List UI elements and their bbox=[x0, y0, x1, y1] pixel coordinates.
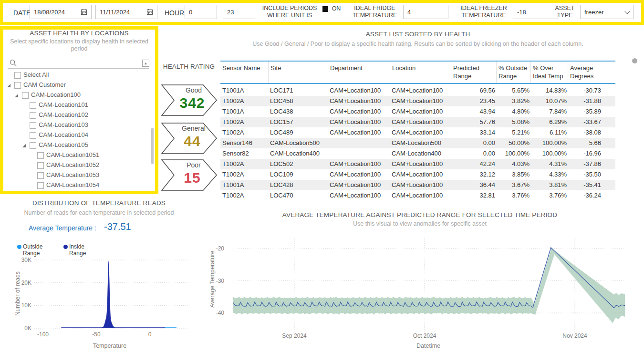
cell-sensor-name: T1002A bbox=[220, 159, 268, 169]
table-row[interactable]: T1001ALOC438CAM+Location100CAM+Location1… bbox=[220, 106, 615, 117]
cell-average-degrees: -31.88 bbox=[568, 96, 615, 106]
search-input[interactable] bbox=[8, 68, 149, 69]
cell--over-ideal-temp: 7.84% bbox=[530, 106, 568, 117]
checkbox[interactable] bbox=[14, 72, 21, 79]
table-row[interactable]: T1002ALOC458CAM+Location100CAM+Location1… bbox=[220, 96, 615, 106]
cell--outside-range: 3.76% bbox=[496, 190, 530, 201]
cell-site: LOC502 bbox=[268, 159, 328, 169]
calendar-icon[interactable] bbox=[81, 9, 87, 15]
cell-department: CAM+Location100 bbox=[328, 96, 390, 106]
table-row[interactable]: T1002ALOC470CAM+Location100CAM+Location1… bbox=[220, 190, 615, 201]
select-all-toggle-icon[interactable]: ⁎ bbox=[142, 60, 149, 67]
table-title: ASSET LIST SORTED BY HEALTH bbox=[220, 31, 615, 38]
health-arrow-general[interactable]: General44 bbox=[161, 123, 218, 154]
cell-site: CAM-Location400 bbox=[268, 148, 328, 159]
ideal-fridge-label: IDEAL FRIDGE TEMPERATURE bbox=[350, 5, 400, 19]
cell--over-ideal-temp: 3.81% bbox=[530, 180, 568, 190]
line-chart-x-axis-title: Datetime bbox=[381, 343, 476, 349]
health-rating-count: 342 bbox=[172, 95, 213, 111]
table-row[interactable]: Sensor146CAM-Location500CAM-Location5000… bbox=[220, 138, 615, 148]
health-rating-cards: Good342General44Poor15 bbox=[0, 84, 224, 194]
legend-dot-inside-range bbox=[63, 245, 68, 249]
table-header: Sensor NameSiteDepartmentLocationPredict… bbox=[220, 61, 615, 84]
cell-predicted-range: 43.94 bbox=[451, 106, 496, 117]
date-to-input[interactable]: 11/11/2024 bbox=[95, 5, 157, 19]
cell-location: CAM+Location100 bbox=[390, 117, 451, 127]
cell-average-degrees: -16.96 bbox=[568, 148, 615, 159]
cell-sensor-name: T1002A bbox=[220, 127, 268, 138]
asset-type-dropdown[interactable]: freezer bbox=[580, 5, 634, 19]
table-subtitle: Use Good / General / Poor to display a s… bbox=[206, 41, 630, 47]
hour-from-input[interactable]: 0 bbox=[185, 5, 217, 19]
cell-average-degrees: -38.08 bbox=[568, 127, 615, 138]
column-header--outside-range[interactable]: % Outside Range bbox=[496, 62, 530, 83]
tree-item-label: Select All bbox=[23, 71, 49, 78]
cell-predicted-range: 36.44 bbox=[451, 180, 496, 190]
line-chart-y-axis-title: Average Temperature bbox=[209, 238, 216, 321]
tree-item-select-all[interactable]: Select All bbox=[4, 71, 147, 81]
calendar-icon[interactable] bbox=[146, 9, 153, 15]
cell-predicted-range: 33.14 bbox=[451, 127, 496, 138]
cell-location: CAM+Location100 bbox=[390, 180, 451, 190]
x-tick: -50 bbox=[87, 331, 106, 338]
column-header-sensor-name[interactable]: Sensor Name bbox=[220, 62, 268, 83]
cell--outside-range: 100.00% bbox=[496, 148, 530, 159]
column-header--over-ideal-temp[interactable]: % Over Ideal Temp bbox=[530, 62, 568, 83]
cell-location: CAM-Location500 bbox=[390, 138, 451, 148]
decorative-dot bbox=[632, 58, 637, 63]
cell--over-ideal-temp: 14.83% bbox=[530, 85, 568, 96]
table-row[interactable]: T1002ALOC109CAM+Location100CAM+Location1… bbox=[220, 169, 615, 180]
table-row[interactable]: Sensor82CAM-Location400CAM-Location4000.… bbox=[220, 148, 615, 159]
cell-predicted-range: 32.12 bbox=[451, 169, 496, 180]
cell--outside-range: 5.65% bbox=[496, 85, 530, 96]
cell-location: CAM+Location100 bbox=[390, 106, 451, 117]
asset-type-value: freezer bbox=[584, 9, 625, 16]
table-row[interactable]: T1001ALOC428CAM+Location100CAM+Location1… bbox=[220, 180, 615, 190]
health-arrow-good[interactable]: Good342 bbox=[161, 84, 218, 116]
table-row[interactable]: T1002ALOC502CAM+Location100CAM+Location1… bbox=[220, 159, 615, 169]
cell-predicted-range: 42.24 bbox=[451, 159, 496, 169]
cell-location: CAM+Location100 bbox=[390, 159, 451, 169]
average-temperature-line-chart bbox=[205, 234, 644, 346]
column-header-predicted-range[interactable]: Predicted Range bbox=[451, 62, 496, 83]
x-tick: Nov 2024 bbox=[561, 332, 589, 339]
health-arrow-poor[interactable]: Poor15 bbox=[161, 159, 218, 191]
column-header-average-degrees[interactable]: Average Degrees bbox=[568, 62, 615, 83]
cell-sensor-name: T1001A bbox=[220, 85, 268, 96]
table-row[interactable]: T1001ALOC171CAM+Location100CAM+Location1… bbox=[220, 85, 615, 96]
cell-sensor-name: Sensor82 bbox=[220, 148, 268, 159]
cell-average-degrees: -35.50 bbox=[568, 169, 615, 180]
slicer-title: ASSET HEALTH BY LOCATIONS bbox=[10, 30, 149, 37]
cell--over-ideal-temp: 100.00% bbox=[530, 148, 568, 159]
cell-department: CAM+Location100 bbox=[328, 169, 390, 180]
slicer-subtitle: Select specific locations to display hea… bbox=[10, 38, 149, 52]
ideal-freezer-input[interactable]: -18 bbox=[513, 5, 558, 19]
date-from-value: 18/08/2024 bbox=[34, 9, 81, 16]
cell-average-degrees: -36.24 bbox=[568, 190, 615, 201]
cell--outside-range: 3.85% bbox=[496, 169, 530, 180]
cell--outside-range: 50.00% bbox=[496, 138, 530, 148]
column-header-department[interactable]: Department bbox=[328, 62, 390, 83]
cell-predicted-range: 0.00 bbox=[451, 148, 496, 159]
column-header-site[interactable]: Site bbox=[268, 62, 328, 83]
asset-type-label: ASSET TYPE bbox=[552, 5, 577, 19]
dashboard-root: DATE 18/08/2024 11/11/2024 HOUR 0 23 INC… bbox=[0, 0, 644, 353]
hour-to-input[interactable]: 23 bbox=[223, 5, 255, 19]
cell-sensor-name: Sensor146 bbox=[220, 138, 268, 148]
cell--over-ideal-temp: 10.07% bbox=[530, 96, 568, 106]
search-icon[interactable] bbox=[10, 59, 17, 67]
toggle-state-label: ON bbox=[331, 5, 342, 12]
table-row[interactable]: T1002ALOC489CAM+Location100CAM+Location1… bbox=[220, 127, 615, 138]
date-from-input[interactable]: 18/08/2024 bbox=[30, 5, 92, 19]
cell-predicted-range: 69.56 bbox=[451, 85, 496, 96]
cell-average-degrees: -37.86 bbox=[568, 159, 615, 169]
include-periods-toggle[interactable] bbox=[322, 6, 328, 12]
ideal-fridge-input[interactable]: 4 bbox=[403, 5, 448, 19]
health-rating-name: General bbox=[174, 125, 214, 132]
cell-site: LOC428 bbox=[268, 180, 328, 190]
histogram-y-axis-title: Number of reads bbox=[14, 259, 21, 328]
table-row[interactable]: T1002ALOC157CAM+Location100CAM+Location1… bbox=[220, 117, 615, 127]
column-header-location[interactable]: Location bbox=[390, 62, 451, 83]
date-to-value: 11/11/2024 bbox=[100, 9, 146, 16]
cell--over-ideal-temp: 4.31% bbox=[530, 159, 568, 169]
